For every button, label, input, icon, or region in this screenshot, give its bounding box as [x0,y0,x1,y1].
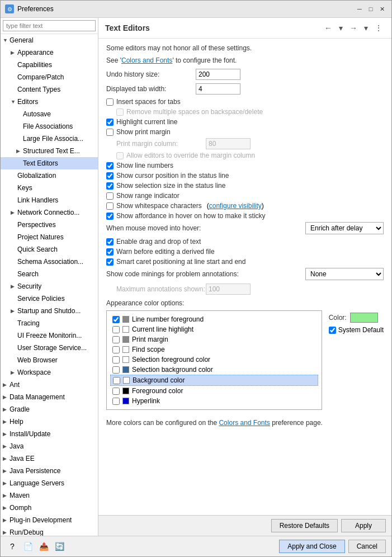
sidebar-item-search[interactable]: Search [1,268,98,280]
color-item-checkbox[interactable] [112,316,120,323]
restore-defaults-button[interactable]: Restore Defaults [271,519,338,532]
color-item-background[interactable]: Background color [110,375,318,386]
sidebar-item-text-editors[interactable]: Text Editors [1,157,98,169]
show-line-numbers-checkbox[interactable] [106,162,114,169]
max-annotations-input[interactable] [206,284,251,295]
cancel-button[interactable]: Cancel [348,540,386,553]
show-selection-size-checkbox[interactable] [106,182,114,190]
help-icon-button[interactable]: ? [6,540,18,553]
apply-close-button[interactable]: Apply and Close [279,540,344,553]
sidebar-item-install-update[interactable]: ▶ Install/Update [1,428,98,440]
close-button[interactable]: ✕ [377,4,387,14]
sidebar-item-tracing[interactable]: Tracing [1,317,98,329]
sidebar-item-ui-freeze[interactable]: UI Freeze Monitorin... [1,329,98,342]
color-item-print-margin[interactable]: Print margin [110,334,318,344]
warn-before-checkbox[interactable] [106,248,114,256]
sidebar-item-compare-patch[interactable]: Compare/Patch [1,71,98,83]
sidebar-item-structured-text[interactable]: ▶ Structured Text E... [1,145,98,157]
import-icon-button[interactable]: 📤 [37,540,50,553]
color-item-selection-fg[interactable]: Selection foreground color [110,355,318,365]
sidebar-item-editors[interactable]: ▼ Editors [1,96,98,108]
system-default-checkbox[interactable] [329,327,336,334]
sidebar-item-language-servers[interactable]: ▶ Language Servers [1,477,98,489]
colors-fonts-link[interactable]: Colors and Fonts [121,56,172,64]
sidebar-item-gradle[interactable]: ▶ Gradle [1,403,98,416]
configure-visibility-link[interactable]: configure visibility [209,202,262,210]
show-whitespace-checkbox[interactable] [106,202,114,210]
sidebar-item-web-browser[interactable]: Web Browser [1,354,98,366]
code-minings-select[interactable]: None All Errors Warnings [305,268,384,280]
allow-override-checkbox[interactable] [116,152,124,159]
sidebar-item-run-debug[interactable]: ▶ Run/Debug [1,526,98,536]
color-item-checkbox[interactable] [112,398,120,405]
sidebar-item-maven[interactable]: ▶ Maven [1,489,98,502]
sidebar-item-general[interactable]: ▼ General [1,34,98,46]
sidebar-item-user-storage[interactable]: User Storage Service... [1,342,98,354]
color-item-foreground[interactable]: Foreground color [110,386,318,396]
sidebar-item-file-associations[interactable]: File Associations [1,120,98,133]
nav-dropdown-button[interactable]: ▾ [337,22,345,34]
sidebar-item-autosave[interactable]: Autosave [1,108,98,120]
nav-back-button[interactable]: ← [322,22,334,34]
color-item-checkbox[interactable] [112,336,120,343]
when-moved-select[interactable]: Enrich after delay Enrich immediately Ne… [305,222,384,234]
sidebar-item-schema-assoc[interactable]: Schema Association... [1,256,98,268]
color-item-selection-bg[interactable]: Selection background color [110,365,318,375]
minimize-button[interactable]: ─ [355,4,365,14]
tab-width-input[interactable] [196,83,240,95]
color-item-checkbox[interactable] [113,377,120,384]
show-affordance-checkbox[interactable] [106,213,114,220]
color-item-checkbox[interactable] [112,346,120,353]
search-input[interactable] [3,20,96,31]
sidebar-item-large-file[interactable]: Large File Associa... [1,133,98,145]
color-item-line-number-fg[interactable]: Line number foreground [110,314,318,324]
sidebar-item-service-policies[interactable]: Service Policies [1,292,98,305]
color-item-checkbox[interactable] [112,326,120,333]
sidebar-item-keys[interactable]: Keys [1,182,98,194]
nav-dropdown2-button[interactable]: ▾ [362,22,370,34]
sidebar-item-security[interactable]: ▶ Security [1,280,98,292]
more-colors-link[interactable]: Colors and Fonts [219,419,270,427]
highlight-line-checkbox[interactable] [106,119,114,126]
undo-input[interactable] [196,69,240,80]
color-item-checkbox[interactable] [112,356,120,364]
sidebar-item-content-types[interactable]: Content Types [1,83,98,96]
nav-forward-button[interactable]: → [347,22,360,34]
sidebar-item-java[interactable]: ▶ Java [1,440,98,452]
remove-multiple-checkbox[interactable] [116,108,124,116]
color-item-checkbox[interactable] [112,388,120,395]
show-cursor-pos-checkbox[interactable] [106,172,114,180]
sidebar-item-link-handlers[interactable]: Link Handlers [1,194,98,206]
sidebar-item-oomph[interactable]: ▶ Oomph [1,502,98,514]
sidebar-item-workspace[interactable]: ▶ Workspace [1,366,98,379]
nav-menu-button[interactable]: ⋮ [372,22,385,34]
sidebar-item-perspectives[interactable]: Perspectives [1,219,98,231]
apply-button[interactable]: Apply [341,519,386,532]
sidebar-item-capabilities[interactable]: Capabilities [1,59,98,71]
color-item-checkbox[interactable] [112,366,120,374]
insert-spaces-checkbox[interactable] [106,98,114,106]
show-print-margin-checkbox[interactable] [106,129,114,136]
sidebar-item-startup[interactable]: ▶ Startup and Shutdo... [1,305,98,317]
tree-area[interactable]: ▼ General ▶ Appearance Capabilities [1,34,98,536]
color-item-find-scope[interactable]: Find scope [110,344,318,355]
color-swatch-preview[interactable] [350,313,378,323]
sidebar-item-ant[interactable]: ▶ Ant [1,379,98,391]
sidebar-item-java-persistence[interactable]: ▶ Java Persistence [1,465,98,477]
maximize-button[interactable]: □ [366,4,376,14]
show-range-checkbox[interactable] [106,192,114,200]
smart-caret-checkbox[interactable] [106,258,114,266]
sidebar-item-globalization[interactable]: Globalization [1,169,98,182]
color-item-hyperlink[interactable]: Hyperlink [110,396,318,406]
export-icon-button[interactable]: 📄 [22,540,34,553]
enable-drag-checkbox[interactable] [106,238,114,246]
sidebar-item-project-natures[interactable]: Project Natures [1,231,98,243]
sidebar-item-plug-in-dev[interactable]: ▶ Plug-in Development [1,514,98,526]
color-item-current-line[interactable]: Current line highlight [110,324,318,334]
sidebar-item-java-ee[interactable]: ▶ Java EE [1,452,98,465]
sidebar-item-quick-search[interactable]: Quick Search [1,243,98,256]
print-margin-col-input[interactable] [206,138,251,149]
revert-icon-button[interactable]: 🔄 [53,540,65,553]
sidebar-item-appearance[interactable]: ▶ Appearance [1,46,98,59]
sidebar-item-help[interactable]: ▶ Help [1,416,98,428]
